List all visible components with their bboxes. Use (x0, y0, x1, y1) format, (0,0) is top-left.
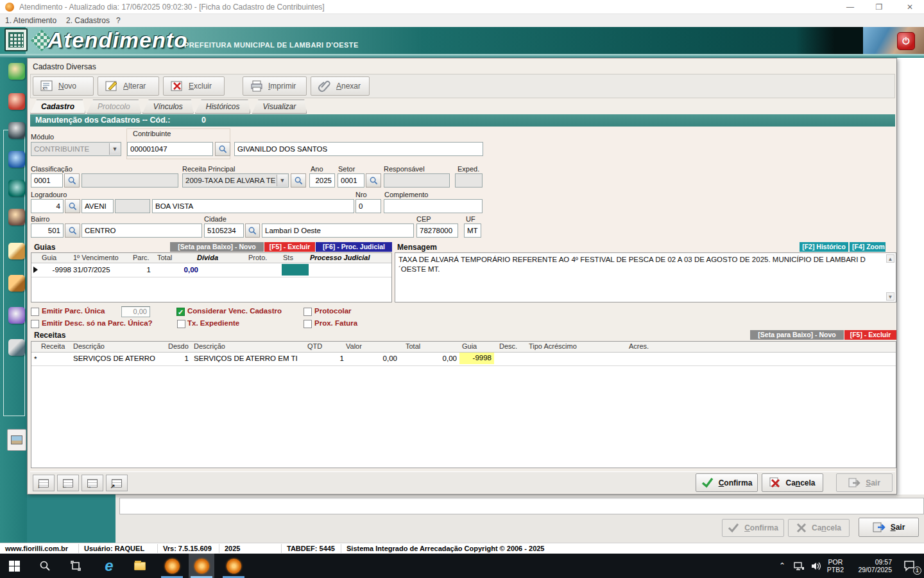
sidebar-books-icon[interactable] (8, 243, 25, 259)
modulo-dropdown-icon[interactable]: ▼ (109, 143, 120, 155)
internet-explorer-button[interactable]: e (95, 554, 123, 578)
complemento-input[interactable] (384, 199, 483, 213)
imprimir-label: Imprimir (268, 82, 296, 91)
modulo-value: CONTRIBUINTE (34, 145, 89, 153)
fiorilli-app2-button[interactable] (187, 554, 216, 578)
emitir-parc-unica-checkbox[interactable] (31, 308, 39, 316)
cidade-code-input[interactable]: 5105234 (204, 223, 244, 238)
tab-cadastro[interactable]: Cadastro (30, 100, 85, 114)
fiorilli-app-icon (227, 559, 241, 574)
bairro-code-input[interactable]: 501 (31, 223, 64, 238)
bairro-search-button[interactable] (65, 223, 80, 238)
taskbar-search-button[interactable] (31, 554, 59, 578)
nav-first-button[interactable]: ↓ (33, 475, 55, 491)
file-explorer-button[interactable] (126, 554, 154, 578)
sair-button[interactable]: Sair (836, 473, 893, 492)
anexar-button[interactable]: Anexar (311, 76, 370, 96)
ano-input[interactable]: 2025 (309, 173, 335, 188)
considerar-venc-label: Considerar Venc. Cadastro (187, 307, 282, 315)
setor-input[interactable]: 0001 (338, 173, 364, 188)
cancela-button[interactable]: Cancela (762, 473, 823, 492)
modulo-select[interactable]: CONTRIBUINTE ▼ (31, 142, 121, 156)
contribuinte-name-input[interactable]: GIVANILDO DOS SANTOS (234, 142, 483, 156)
alterar-button[interactable]: Alterar (98, 76, 159, 96)
tx-expediente-checkbox[interactable] (177, 320, 185, 328)
search-icon (294, 176, 304, 186)
volume-tray-button[interactable] (807, 554, 825, 578)
receita-principal-dropdown-icon[interactable]: ▼ (277, 175, 287, 186)
menu-cadastros[interactable]: 2. Cadastros (66, 16, 110, 25)
fiorilli-app3-button[interactable] (219, 554, 248, 578)
tray-chevron-button[interactable]: ⌃ (773, 554, 791, 578)
nav-last-button[interactable]: ↗ (106, 475, 128, 491)
emitir-desc-checkbox[interactable] (31, 320, 39, 328)
parc-unica-value-field[interactable]: 0,00 (121, 306, 150, 317)
contribuinte-search-button[interactable] (215, 142, 230, 156)
modulo-label: Módulo (31, 133, 54, 141)
novo-button[interactable]: x= Novo (33, 76, 94, 96)
receitas-cell-desdo: 1 (169, 355, 189, 362)
restore-button[interactable]: ❐ (866, 0, 892, 14)
cidade-nome-input[interactable]: Lambari D Oeste (262, 223, 414, 238)
start-button[interactable] (0, 554, 28, 578)
contribuinte-code-input[interactable]: 000001047 (127, 142, 213, 156)
power-icon[interactable]: ⏻ (897, 32, 915, 50)
guias-col-vencimento: 1º Vencimento (73, 254, 119, 261)
sidebar-globe-person-icon[interactable] (8, 151, 25, 168)
logradouro-nome-input[interactable]: BOA VISTA (152, 199, 354, 213)
tab-protocolo[interactable]: Protocolo (87, 100, 141, 114)
receita-principal-search-button[interactable] (291, 173, 306, 188)
language-indicator[interactable]: POR PTB2 (824, 554, 847, 578)
imprimir-button[interactable]: Imprimir (243, 76, 307, 96)
sidebar-box-icon[interactable] (8, 275, 25, 292)
sidebar-person-red-icon[interactable] (8, 93, 25, 110)
fiorilli-app1-button[interactable] (158, 554, 186, 578)
scroll-up-icon[interactable]: ▲ (886, 254, 894, 263)
receita-principal-select[interactable]: 2009-TAXA DE ALVARA TE ▼ (182, 173, 289, 188)
tab-historicos[interactable]: Históricos (195, 100, 251, 114)
sidebar-person-dark-icon[interactable] (8, 122, 25, 139)
classificacao-search-button[interactable] (64, 173, 80, 188)
logradouro-code-input[interactable]: 4 (31, 199, 64, 213)
sidebar-people-icon[interactable] (8, 209, 25, 225)
sidebar-group-icon[interactable] (8, 307, 25, 324)
parent-sair-button[interactable]: Sair (859, 518, 919, 537)
menu-help[interactable]: ? (116, 16, 121, 25)
uf-input[interactable]: MT (464, 223, 481, 238)
logradouro-tipo-input[interactable]: AVENI (81, 199, 114, 213)
setor-search-button[interactable] (366, 173, 381, 188)
scroll-down-icon[interactable]: ▼ (886, 292, 894, 301)
sidebar-person-green-icon[interactable] (8, 63, 25, 80)
parent-confirma-button[interactable]: Confirma (722, 519, 784, 537)
receitas-label: Receitas (34, 331, 65, 340)
excluir-button[interactable]: Excluir (163, 76, 225, 96)
nav-prev-button[interactable]: ← (57, 475, 79, 491)
sidebar-calculator-icon[interactable] (8, 339, 25, 356)
bairro-nome-input[interactable]: CENTRO (81, 223, 202, 238)
confirma-button[interactable]: Confirma (696, 473, 758, 492)
classificacao-label: Classificação (31, 165, 73, 173)
considerar-venc-checkbox[interactable]: ✓ (176, 308, 185, 316)
logradouro-search-button[interactable] (65, 199, 80, 213)
sidebar-world-icon[interactable] (8, 180, 25, 197)
tab-vinculos[interactable]: Vínculos (142, 100, 194, 114)
cep-input[interactable]: 78278000 (416, 223, 458, 238)
prox-fatura-checkbox[interactable] (304, 320, 312, 328)
classificacao-code-input[interactable]: 0001 (31, 173, 63, 188)
clock[interactable]: 09:57 29/07/2025 (848, 554, 894, 578)
cidade-search-button[interactable] (245, 223, 260, 238)
action-center-button[interactable]: 1 (896, 554, 924, 578)
minimize-button[interactable]: — (837, 0, 863, 14)
nro-input[interactable]: 0 (355, 199, 381, 213)
tab-visualizar[interactable]: Visualizar (252, 100, 307, 114)
nav-next-button[interactable]: → (81, 475, 103, 491)
menu-atendimento[interactable]: 1. Atendimento (5, 16, 56, 25)
sidebar-picture-button[interactable] (7, 429, 26, 451)
task-view-button[interactable] (62, 554, 90, 578)
parent-cancela-button[interactable]: Cancela (788, 519, 850, 537)
parent-sair-label: Sair (891, 523, 905, 532)
close-button[interactable]: ✕ (897, 0, 923, 14)
protocolar-checkbox[interactable] (304, 308, 312, 316)
network-tray-button[interactable] (790, 554, 808, 578)
mensagem-box[interactable]: TAXA DE ALVARÁ TEMPORÁRIO REFERENTE AO 4… (395, 252, 896, 302)
